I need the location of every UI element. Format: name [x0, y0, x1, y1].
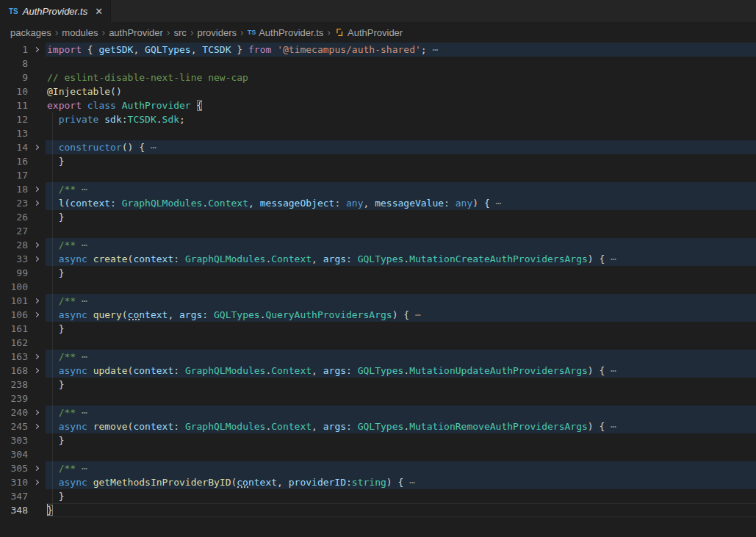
breadcrumb-item-modules[interactable]: modules	[62, 27, 98, 38]
code-content[interactable]: /** ⋯	[46, 294, 756, 308]
code-content[interactable]	[46, 168, 756, 182]
fold-chevron-icon[interactable]	[33, 145, 38, 150]
code-content[interactable]	[46, 57, 756, 71]
code-line-17[interactable]: 17	[0, 168, 756, 182]
indent-guide	[52, 336, 53, 350]
code-content[interactable]: }	[46, 210, 756, 224]
code-line-161[interactable]: 161 }	[0, 322, 756, 336]
fold-chevron-icon[interactable]	[33, 354, 38, 359]
code-line-13[interactable]: 13	[0, 126, 756, 140]
line-number: 305	[0, 461, 28, 475]
fold-chevron-icon[interactable]	[33, 298, 38, 303]
code-content[interactable]: }	[46, 503, 756, 517]
code-content[interactable]: async getMethodsInProviderByID(context, …	[46, 475, 756, 489]
breadcrumb-item-authProvider[interactable]: authProvider	[109, 27, 163, 38]
code-line-23[interactable]: 23 l(context: GraphQLModules.Context, me…	[0, 196, 756, 210]
code-line-33[interactable]: 33 async create(context: GraphQLModules.…	[0, 252, 756, 266]
code-content[interactable]: constructor() { ⋯	[46, 140, 756, 154]
code-line-310[interactable]: 310 async getMethodsInProviderByID(conte…	[0, 475, 756, 489]
code-content[interactable]: }	[46, 433, 756, 447]
code-content[interactable]: private sdk:TCSDK.Sdk;	[46, 112, 756, 126]
breadcrumb-item-providers[interactable]: providers	[198, 27, 237, 38]
code-line-99[interactable]: 99 }	[0, 266, 756, 280]
code-content[interactable]: }	[46, 154, 756, 168]
code-content[interactable]: /** ⋯	[46, 406, 756, 419]
code-line-12[interactable]: 12 private sdk:TCSDK.Sdk;	[0, 112, 756, 126]
code-content[interactable]: // eslint-disable-next-line new-cap	[46, 71, 756, 84]
breadcrumb-item-src[interactable]: src	[174, 27, 187, 38]
code-content[interactable]: async update(context: GraphQLModules.Con…	[46, 364, 756, 378]
code-line-27[interactable]: 27	[0, 224, 756, 238]
code-line-16[interactable]: 16 }	[0, 154, 756, 168]
code-content[interactable]: l(context: GraphQLModules.Context, messa…	[46, 196, 756, 210]
code-content[interactable]: /** ⋯	[46, 350, 756, 364]
code-content[interactable]: /** ⋯	[46, 182, 756, 196]
code-line-1[interactable]: 1import { getSDK, GQLTypes, TCSDK } from…	[0, 43, 756, 57]
gutter: 17	[0, 168, 46, 182]
code-content[interactable]: async query(context, args: GQLTypes.Quer…	[46, 308, 756, 322]
fold-chevron-icon[interactable]	[33, 368, 38, 373]
code-line-304[interactable]: 304	[0, 447, 756, 461]
code-content[interactable]	[46, 126, 756, 140]
code-content[interactable]	[46, 224, 756, 238]
code-content[interactable]	[46, 280, 756, 294]
breadcrumb-item-file[interactable]: AuthProvider.ts	[259, 27, 323, 38]
line-number: 168	[0, 364, 28, 378]
code-line-305[interactable]: 305 /** ⋯	[0, 461, 756, 475]
close-icon[interactable]: ✕	[95, 7, 103, 16]
code-content[interactable]: }	[46, 266, 756, 280]
code-line-240[interactable]: 240 /** ⋯	[0, 406, 756, 419]
code-line-347[interactable]: 347 }	[0, 489, 756, 503]
code-line-168[interactable]: 168 async update(context: GraphQLModules…	[0, 364, 756, 378]
code-line-303[interactable]: 303 }	[0, 433, 756, 447]
code-line-100[interactable]: 100	[0, 280, 756, 294]
code-line-239[interactable]: 239	[0, 392, 756, 406]
code-content[interactable]: @Injectable()	[46, 84, 756, 98]
code-line-106[interactable]: 106 async query(context, args: GQLTypes.…	[0, 308, 756, 322]
breadcrumb-item-symbol[interactable]: AuthProvider	[348, 27, 403, 38]
code-line-28[interactable]: 28 /** ⋯	[0, 238, 756, 252]
code-content[interactable]: import { getSDK, GQLTypes, TCSDK } from …	[46, 43, 756, 57]
code-line-8[interactable]: 8	[0, 57, 756, 71]
fold-chevron-icon[interactable]	[33, 201, 38, 206]
code-content[interactable]: }	[46, 489, 756, 503]
fold-chevron-icon[interactable]	[33, 256, 38, 262]
code-line-14[interactable]: 14 constructor() { ⋯	[0, 140, 756, 154]
code-content[interactable]: async remove(context: GraphQLModules.Con…	[46, 419, 756, 433]
code-line-26[interactable]: 26 }	[0, 210, 756, 224]
code-line-9[interactable]: 9// eslint-disable-next-line new-cap	[0, 71, 756, 84]
code-line-11[interactable]: 11export class AuthProvider {	[0, 98, 756, 112]
breadcrumb-item-packages[interactable]: packages	[10, 27, 51, 38]
fold-chevron-icon[interactable]	[33, 480, 38, 485]
code-line-238[interactable]: 238 }	[0, 378, 756, 392]
fold-chevron-icon[interactable]	[33, 410, 38, 415]
code-content[interactable]: /** ⋯	[46, 238, 756, 252]
code-editor[interactable]: 1import { getSDK, GQLTypes, TCSDK } from…	[0, 43, 756, 537]
code-line-245[interactable]: 245 async remove(context: GraphQLModules…	[0, 419, 756, 433]
fold-chevron-icon[interactable]	[33, 187, 38, 192]
code-content[interactable]: export class AuthProvider {	[46, 98, 756, 112]
code-content[interactable]	[46, 392, 756, 406]
code-content[interactable]: async create(context: GraphQLModules.Con…	[46, 252, 756, 266]
fold-chevron-icon[interactable]	[33, 424, 38, 429]
fold-chevron-icon[interactable]	[33, 466, 38, 471]
code-line-10[interactable]: 10@Injectable()	[0, 84, 756, 98]
code-content[interactable]	[46, 447, 756, 461]
fold-chevron-icon[interactable]	[33, 312, 38, 317]
gutter: 347	[0, 489, 46, 503]
code-line-348[interactable]: 348}	[0, 503, 756, 517]
code-content[interactable]: }	[46, 378, 756, 392]
code-line-18[interactable]: 18 /** ⋯	[0, 182, 756, 196]
code-content[interactable]	[46, 336, 756, 350]
code-line-101[interactable]: 101 /** ⋯	[0, 294, 756, 308]
indent-guide	[52, 475, 53, 489]
tab-authprovider[interactable]: TS AuthProvider.ts ✕	[0, 0, 111, 22]
code-content[interactable]: }	[46, 322, 756, 336]
code-line-162[interactable]: 162	[0, 336, 756, 350]
fold-chevron-icon[interactable]	[33, 47, 38, 52]
code-line-163[interactable]: 163 /** ⋯	[0, 350, 756, 364]
class-symbol-icon	[334, 27, 345, 37]
gutter: 16	[0, 154, 46, 168]
fold-chevron-icon[interactable]	[33, 242, 38, 248]
code-content[interactable]: /** ⋯	[46, 461, 756, 475]
